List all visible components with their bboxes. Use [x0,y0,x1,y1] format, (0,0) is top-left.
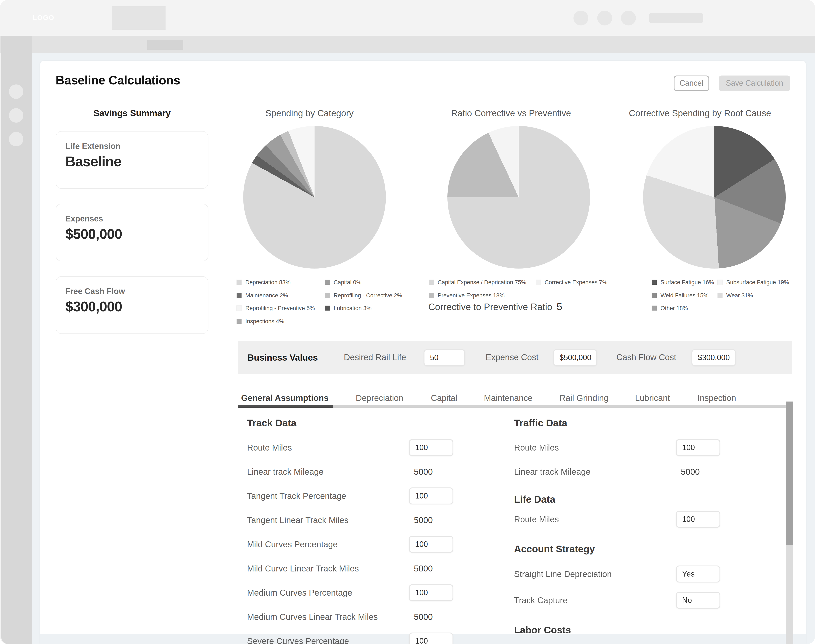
legend-swatch [237,318,242,324]
tangent-linear-track-miles-value: 5000 [414,508,433,532]
mild-curves-percentage-label: Mild Curves Percentage [247,540,338,549]
tangent-linear-track-miles-label: Tangent Linear Track Miles [247,515,349,525]
legend-item: Subsurface Fatigue 19% [717,278,789,286]
tab-lubricant[interactable]: Lubricant [635,392,670,404]
main-content-card: Baseline Calculations Cancel Save Calcul… [40,61,806,644]
legend-label: Inspections 4% [245,318,284,324]
form-row: Route Miles [514,436,815,460]
legend-label: Capital Expense / Deprication 75% [438,279,526,285]
legend-item: Inspections 4% [237,317,284,325]
form-row: Tangent Linear Track Miles 5000 [247,508,553,532]
legend-item: Weld Failures 15% [652,291,709,299]
linear-track-mileage-label: Linear track Mileage [247,467,323,477]
active-tab-indicator [238,405,333,408]
medium-curves-linear-track-miles-label: Medium Curves Linear Track Miles [247,612,378,621]
tab-maintenance[interactable]: Maintenance [484,392,532,404]
legend-label: Depreciation 83% [245,279,291,285]
legend-item: Wear 31% [717,291,753,299]
toolbar-placeholder-block [649,13,703,23]
cash-flow-cost-input[interactable] [692,349,736,366]
legend-swatch [652,279,657,285]
form-row: Tangent Track Percentage [247,484,553,508]
legend-swatch [237,279,242,285]
legend-label: Surface Fatigue 16% [660,279,714,285]
form-row: Route Miles [514,508,815,532]
card-value: $500,000 [65,226,122,242]
savings-summary-title: Savings Summary [55,108,208,118]
legend-label: Wear 31% [726,292,753,299]
legend-label: Reprofiling - Corrective 2% [334,292,402,299]
sidebar-item-placeholder[interactable] [9,84,23,99]
route-miles-label: Route Miles [247,443,292,452]
legend-label: Capital 0% [334,279,361,285]
mild-curves-percentage-input[interactable] [409,536,454,553]
medium-curves-linear-track-miles-value: 5000 [414,605,433,629]
expense-cost-label: Expense Cost [486,341,538,374]
linear-track-mileage-value: 5000 [414,460,433,484]
form-row: Medium Curves Linear Track Miles 5000 [247,605,553,629]
legend-item: Other 18% [652,304,688,312]
form-row: Track Capture [514,589,815,613]
free-cash-flow-card: Free Cash Flow $300,000 [55,276,208,334]
legend-label: Corrective Expenses 7% [544,279,607,285]
tab-underline-track [238,405,793,408]
legend-swatch [237,293,242,298]
legend-item: Surface Fatigue 16% [652,278,714,286]
route-miles-input[interactable] [409,439,454,456]
form-scrollbar-track[interactable] [786,401,793,644]
track-capture-input[interactable] [676,592,720,609]
chart-title-spending-by-category: Spending by Category [237,108,381,118]
pie-chart-spending-by-category [243,126,386,268]
ratio-value: 5 [557,301,562,312]
tab-general-assumptions[interactable]: General Assumptions [241,392,329,404]
tab-capital[interactable]: Capital [431,392,457,404]
life-route-miles-input[interactable] [676,511,720,528]
legend-item: Capital Expense / Deprication 75% [429,278,526,286]
page-title: Baseline Calculations [55,74,180,87]
tab-rail-grinding[interactable]: Rail Grinding [560,392,609,404]
legend-item: Reprofiling - Preventive 5% [237,304,315,312]
sidebar-item-placeholder[interactable] [9,108,23,123]
legend-label: Reprofiling - Preventive 5% [245,305,315,311]
straight-line-depreciation-input[interactable] [676,566,720,583]
section-heading-life-data: Life Data [514,491,555,508]
legend-swatch [717,293,723,298]
traffic-route-miles-label: Route Miles [514,443,559,452]
legend-item: Maintenance 2% [237,291,288,299]
legend-swatch [536,279,541,285]
top-navigation-bar: LOGO [0,0,815,36]
save-calculation-button[interactable]: Save Calculation [719,75,790,91]
sidebar-item-placeholder[interactable] [9,132,23,146]
legend-swatch [717,279,723,285]
legend-label: Subsurface Fatigue 19% [726,279,789,285]
medium-curves-percentage-input[interactable] [409,584,454,601]
corrective-to-preventive-ratio: Corrective to Preventive Ratio5 [428,301,562,313]
track-capture-label: Track Capture [514,596,567,605]
tangent-track-percentage-label: Tangent Track Percentage [247,491,346,501]
tab-inspection[interactable]: Inspection [697,392,736,404]
traffic-route-miles-input[interactable] [676,439,720,456]
tab-depreciation[interactable]: Depreciation [356,392,403,404]
card-value: $300,000 [65,299,122,315]
severe-curves-percentage-input[interactable] [409,633,454,644]
business-values-title: Business Values [248,341,318,374]
card-value: Baseline [65,153,121,170]
legend-item: Capital 0% [325,278,361,286]
desired-rail-life-input[interactable] [424,349,465,366]
cancel-button[interactable]: Cancel [674,75,709,91]
toolbar-circle-placeholder [574,11,588,26]
window-frame: LOGO Baseline Calculations Cancel Save C… [0,0,815,644]
mild-curve-linear-track-miles-value: 5000 [414,557,433,581]
legend-item: Reprofiling - Corrective 2% [325,291,402,299]
tangent-track-percentage-input[interactable] [409,488,454,504]
mild-curve-linear-track-miles-label: Mild Curve Linear Track Miles [247,564,359,573]
logo: LOGO [33,14,54,21]
form-row: Route Miles [247,436,553,460]
chart-title-ratio-corrective-vs-preventive: Ratio Corrective vs Preventive [439,108,583,118]
legend-item: Depreciation 83% [237,278,291,286]
section-heading-track-data: Track Data [247,414,297,431]
expense-cost-input[interactable] [553,349,597,366]
card-label: Expenses [65,214,103,224]
form-scrollbar-thumb[interactable] [786,402,793,545]
legend-item: Corrective Expenses 7% [536,278,607,286]
